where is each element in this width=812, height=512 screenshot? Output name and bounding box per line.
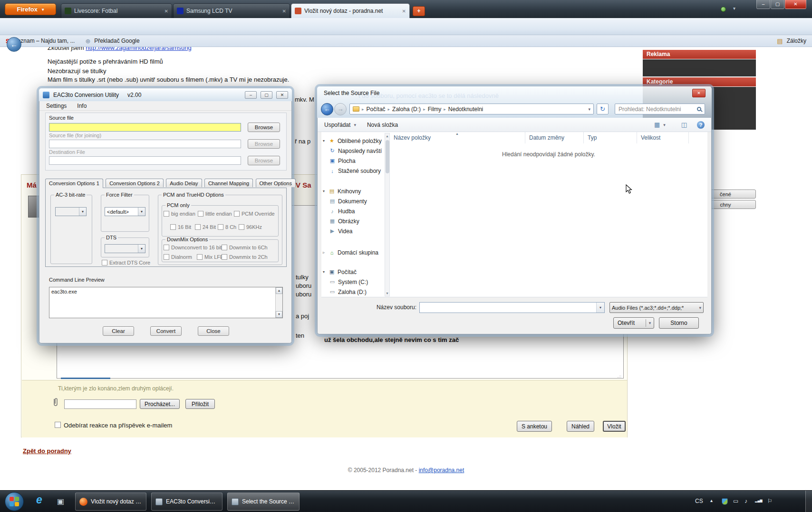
scroll-up-icon[interactable]: ▲ bbox=[276, 287, 282, 294]
bookmark-item-seznam[interactable]: Seznam – Najdu tam, ... bbox=[14, 38, 75, 44]
tree-scrollbar[interactable]: ▲ ▼ bbox=[385, 133, 390, 296]
help-icon[interactable]: ? bbox=[697, 121, 705, 129]
checkbox-96khz[interactable]: 96KHz bbox=[239, 224, 262, 230]
bookmarks-menu-button[interactable]: Záložky bbox=[787, 38, 806, 44]
expander-icon[interactable]: ▹ bbox=[321, 250, 326, 255]
network-icon[interactable]: ▂▄▆ bbox=[755, 499, 763, 503]
force-filter-select[interactable]: <default>▾ bbox=[105, 207, 145, 216]
checkbox-mix-lfe[interactable]: Mix LFE bbox=[197, 254, 223, 260]
tab-conversion-options-2[interactable]: Conversion Options 2 bbox=[106, 179, 164, 187]
firefox-menu-button[interactable]: Firefox ▾ bbox=[5, 3, 56, 15]
volume-icon[interactable]: ♪ bbox=[744, 498, 747, 504]
email-link[interactable]: info@poradna.net bbox=[419, 467, 464, 474]
close-button[interactable]: Close bbox=[198, 326, 229, 336]
breadcrumb-zaloha[interactable]: Zaloha (D:) bbox=[392, 106, 421, 113]
explorer-icon[interactable]: ▣ bbox=[57, 497, 64, 506]
tree-item-zaloha-d[interactable]: ▭Zaloha (D:) bbox=[321, 287, 384, 297]
join-browse-button[interactable]: Browse bbox=[248, 139, 280, 149]
show-desktop-button[interactable] bbox=[805, 491, 812, 512]
tree-item-libraries[interactable]: ▾▤Knihovny bbox=[321, 186, 384, 196]
scrollbar-thumb[interactable] bbox=[386, 140, 389, 173]
tree-item-downloads[interactable]: ↓Stažené soubory bbox=[321, 166, 384, 176]
display-icon[interactable]: ▭ bbox=[733, 498, 738, 504]
tree-item-recent[interactable]: ↻Naposledy navští bbox=[321, 146, 384, 156]
subscribe-checkbox[interactable] bbox=[55, 422, 61, 428]
dialog-titlebar[interactable]: Select the Source File ✕ ← → ▸ Počítač ▸… bbox=[317, 86, 712, 118]
internet-explorer-icon[interactable]: e bbox=[36, 493, 42, 506]
tree-item-favorites[interactable]: ▾★Oblíbené položky bbox=[321, 136, 384, 146]
breadcrumb-computer[interactable]: Počítač bbox=[367, 106, 386, 113]
checkbox-extract-dts-core[interactable]: Extract DTS Core bbox=[102, 260, 150, 265]
menu-settings[interactable]: Settings bbox=[46, 103, 67, 109]
tree-item-computer[interactable]: ▾▣Počítač bbox=[321, 267, 384, 277]
attachment-input[interactable] bbox=[64, 399, 136, 409]
checkbox-big-endian[interactable]: big endian bbox=[164, 211, 195, 217]
start-button[interactable] bbox=[5, 492, 24, 511]
breadcrumb-dropdown-icon[interactable]: ▾ bbox=[588, 107, 590, 112]
organize-button[interactable]: Uspořádat bbox=[324, 122, 350, 128]
taskbar-item-firefox[interactable]: Vložit nový dotaz - p... bbox=[75, 493, 146, 511]
update-shield-icon[interactable] bbox=[722, 498, 728, 505]
scrollbar[interactable]: ▲ ▼ bbox=[275, 287, 282, 318]
column-size[interactable]: Velikost bbox=[637, 132, 689, 143]
window-close-button[interactable]: ✕ bbox=[785, 0, 806, 9]
checkbox-downconvert-16bit[interactable]: Downconvert to 16 bit bbox=[164, 245, 222, 250]
checkbox-downmix-6ch[interactable]: Downmix to 6Ch bbox=[222, 245, 268, 250]
submit-button[interactable]: Vložit bbox=[603, 421, 626, 432]
back-to-forum-link[interactable]: Zpět do poradny bbox=[23, 447, 71, 455]
tree-item-music[interactable]: ♪Hudba bbox=[321, 206, 384, 216]
checkbox-downmix-2ch[interactable]: Downmix to 2Ch bbox=[222, 254, 268, 260]
tab-audio-delay[interactable]: Audio Delay bbox=[166, 179, 202, 187]
tree-item-documents[interactable]: ▤Dokumenty bbox=[321, 196, 384, 206]
bookmark-item-translator[interactable]: Překladač Google bbox=[94, 38, 139, 44]
window-maximize-button[interactable]: ▢ bbox=[771, 0, 784, 9]
column-type[interactable]: Typ bbox=[584, 132, 637, 143]
tab-close-icon[interactable]: ✕ bbox=[164, 9, 168, 14]
window-minimize-button[interactable]: – bbox=[756, 0, 770, 9]
refresh-button[interactable]: ↻ bbox=[597, 104, 609, 114]
nav-back-button[interactable]: ← bbox=[321, 103, 333, 115]
resize-grip[interactable]: ..:: bbox=[617, 374, 621, 379]
close-button[interactable]: ✕ bbox=[276, 91, 288, 99]
search-box[interactable]: Prohledat: Nedotknutelni bbox=[615, 104, 705, 114]
tab-livescore[interactable]: Livescore: Fotbal ✕ bbox=[61, 3, 172, 18]
combo-dropdown-icon[interactable]: ▾ bbox=[596, 303, 604, 313]
tab-channel-mapping[interactable]: Channel Mapping bbox=[204, 179, 253, 187]
attach-button[interactable]: Přiložit bbox=[185, 399, 215, 409]
cancel-button[interactable]: Storno bbox=[659, 317, 699, 329]
command-line-preview[interactable]: eac3to.exe ▲ ▼ bbox=[49, 287, 283, 318]
action-center-icon[interactable]: ⚐ bbox=[767, 498, 773, 504]
nav-forward-button[interactable]: → bbox=[334, 103, 347, 115]
scroll-down-icon[interactable]: ▼ bbox=[276, 311, 282, 318]
back-button[interactable]: ← bbox=[7, 37, 21, 52]
checkbox-24bit[interactable]: 24 Bit bbox=[195, 224, 216, 230]
join-file-input[interactable] bbox=[49, 140, 241, 148]
tab-close-icon[interactable]: ✕ bbox=[402, 9, 406, 14]
tree-item-desktop[interactable]: ▣Plocha bbox=[321, 156, 384, 166]
dialog-close-button[interactable]: ✕ bbox=[692, 89, 706, 97]
checkbox-pcm-override[interactable]: PCM Override bbox=[234, 211, 275, 217]
scroll-up-icon[interactable]: ▲ bbox=[386, 133, 389, 139]
checkbox-dialnorm[interactable]: Dialnorm bbox=[164, 254, 192, 260]
addon-status-icon[interactable] bbox=[721, 7, 726, 12]
preview-pane-icon[interactable]: ◫ bbox=[681, 121, 687, 128]
attachment-browse-button[interactable]: Procházet... bbox=[140, 399, 180, 409]
tab-samsung[interactable]: Samsung LCD TV ✕ bbox=[173, 3, 290, 18]
checkbox-16bit[interactable]: 16 Bit bbox=[170, 224, 191, 230]
breadcrumb[interactable]: ▸ Počítač ▸ Zaloha (D:) ▸ Filmy ▸ Nedotk… bbox=[349, 104, 594, 114]
tab-conversion-options-1[interactable]: Conversion Options 1 bbox=[45, 179, 103, 188]
eac3to-titlebar[interactable]: EAC3to Conversion Utility v2.00 – ▢ ✕ bbox=[39, 88, 292, 101]
new-tab-button[interactable]: + bbox=[413, 6, 425, 16]
taskbar-item-file-dialog[interactable]: Select the Source File bbox=[227, 493, 300, 511]
filename-combo[interactable]: ▾ bbox=[419, 302, 605, 313]
clear-button[interactable]: Clear bbox=[103, 326, 134, 336]
language-indicator[interactable]: CS bbox=[695, 498, 703, 504]
column-date-modified[interactable]: Datum změny bbox=[525, 132, 584, 143]
tree-item-homegroup[interactable]: ▹⌂Domácí skupina bbox=[321, 247, 384, 257]
preview-button[interactable]: Náhled bbox=[567, 421, 594, 432]
checkbox-8ch[interactable]: 8 Ch bbox=[218, 224, 236, 230]
open-button[interactable]: Otevřít ▾ bbox=[613, 317, 654, 329]
destination-browse-button[interactable]: Browse bbox=[248, 156, 280, 165]
menu-info[interactable]: Info bbox=[77, 103, 87, 109]
minimize-button[interactable]: – bbox=[245, 91, 257, 99]
